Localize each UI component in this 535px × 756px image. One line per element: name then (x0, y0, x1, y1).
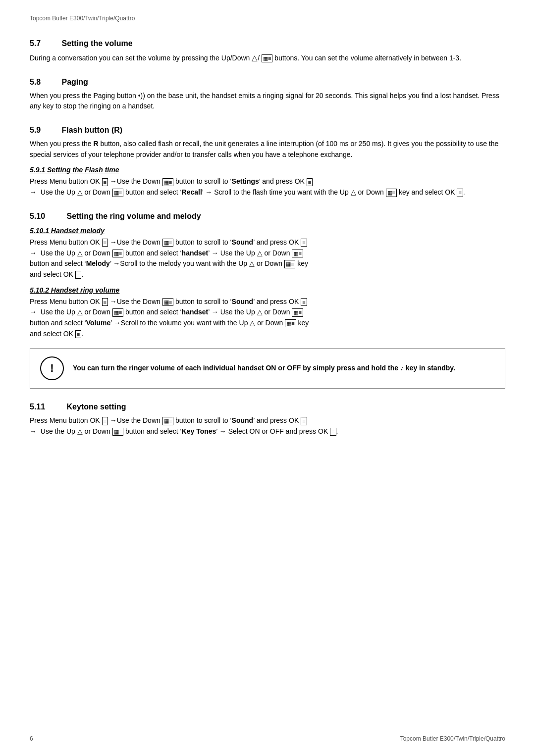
section-59-title: 5.9 Flash button (R) (30, 126, 505, 135)
section-591-body: Press Menu button OK ≡ →Use the Down ▦≡ … (30, 176, 505, 198)
footer-product-name: Topcom Butler E300/Twin/Triple/Quattro (400, 735, 505, 742)
up-icon-7: △ (257, 308, 263, 316)
notice-text: You can turn the ringer volume of each i… (73, 363, 455, 374)
up-icon-9: △ (77, 427, 83, 435)
down-icon-3: ▦≡ (386, 189, 397, 197)
section-591: 5.9.1 Setting the Flash time Press Menu … (30, 166, 505, 198)
section-59: 5.9 Flash button (R) When you press the … (30, 126, 505, 198)
updown-icon-1: △ (252, 53, 258, 62)
section-57-body: During a conversation you can set the vo… (30, 52, 505, 64)
down-icon-12: ▦≡ (162, 417, 173, 425)
section-58: 5.8 Paging When you press the Paging but… (30, 78, 505, 112)
section-5102-title: 5.10.2 Handset ring volume (30, 286, 505, 294)
ok-icon-12: ≡ (330, 428, 336, 436)
up-icon-3: △ (77, 249, 83, 257)
ok-icon-10: ≡ (102, 417, 108, 425)
section-511-number: 5.11 (30, 403, 64, 411)
ok-icon-8: ≡ (301, 298, 307, 306)
section-59-label: Flash button (R) (61, 126, 122, 134)
footer-page-number: 6 (30, 735, 33, 742)
section-511-label: Keytone setting (66, 403, 126, 411)
section-5102-body: Press Menu button OK ≡ →Use the Down ▦≡ … (30, 297, 505, 340)
down-icon-11: ▦≡ (285, 319, 296, 327)
ok-icon-11: ≡ (301, 417, 307, 425)
section-511: 5.11 Keytone setting Press Menu button O… (30, 403, 505, 437)
section-58-title: 5.8 Paging (30, 78, 505, 87)
section-57-label: Setting the volume (61, 39, 132, 48)
ok-icon-1: ≡ (102, 178, 108, 186)
ok-icon-5: ≡ (301, 239, 307, 247)
header-bar: Topcom Butler E300/Twin/Triple/Quattro (30, 15, 505, 25)
page: Topcom Butler E300/Twin/Triple/Quattro 5… (0, 0, 535, 756)
section-58-label: Paging (61, 78, 88, 86)
ok-icon-2: ≡ (307, 178, 313, 186)
down-icon-13: ▦≡ (112, 428, 123, 436)
down-icon-8: ▦≡ (162, 298, 173, 306)
section-5102: 5.10.2 Handset ring volume Press Menu bu… (30, 286, 505, 340)
section-5101-title: 5.10.1 Handset melody (30, 227, 505, 235)
section-510-number: 5.10 (30, 212, 64, 221)
down-icon-2: ▦≡ (112, 189, 123, 197)
down-icon-5: ▦≡ (112, 250, 123, 257)
section-59-body: When you press the R button, also called… (30, 139, 505, 160)
section-58-body: When you press the Paging button •)) on … (30, 91, 505, 112)
up-icon-4: △ (257, 249, 263, 257)
paging-icon: •)) (138, 92, 145, 100)
ok-icon-3: ≡ (457, 189, 463, 197)
menu-icon-1: ▦≡ (262, 54, 272, 62)
section-510-label: Setting the ring volume and melody (66, 212, 201, 220)
section-5101-body: Press Menu button OK ≡ →Use the Down ▦≡ … (30, 237, 505, 280)
ok-icon-6: ≡ (75, 271, 81, 279)
section-511-body: Press Menu button OK ≡ →Use the Down ▦≡ … (30, 415, 505, 437)
down-icon-6: ▦≡ (292, 250, 303, 257)
up-icon-5: △ (249, 259, 255, 267)
section-5101: 5.10.1 Handset melody Press Menu button … (30, 227, 505, 280)
section-58-number: 5.8 (30, 78, 59, 87)
section-57-title: 5.7 Setting the volume (30, 39, 505, 48)
ok-icon-4: ≡ (102, 239, 108, 247)
up-icon-6: △ (77, 308, 83, 316)
down-icon-7: ▦≡ (284, 260, 295, 268)
notice-icon: ! (40, 356, 64, 380)
notice-box: ! You can turn the ringer volume of each… (30, 348, 505, 389)
ok-icon-9: ≡ (75, 330, 81, 338)
up-icon-2: △ (351, 188, 356, 196)
section-510: 5.10 Setting the ring volume and melody … (30, 212, 505, 389)
section-57-number: 5.7 (30, 39, 59, 48)
section-510-title: 5.10 Setting the ring volume and melody (30, 212, 505, 221)
header-text: Topcom Butler E300/Twin/Triple/Quattro (30, 15, 135, 22)
section-591-title: 5.9.1 Setting the Flash time (30, 166, 505, 174)
footer-bar: 6 Topcom Butler E300/Twin/Triple/Quattro (30, 732, 505, 742)
ok-icon-7: ≡ (102, 298, 108, 306)
down-icon-10: ▦≡ (292, 308, 303, 316)
up-icon-8: △ (250, 319, 255, 327)
section-59-number: 5.9 (30, 126, 59, 135)
down-icon-4: ▦≡ (162, 239, 173, 247)
down-icon-1: ▦≡ (162, 178, 173, 186)
section-57: 5.7 Setting the volume During a conversa… (30, 39, 505, 64)
up-icon-1: △ (77, 188, 83, 196)
section-511-title: 5.11 Keytone setting (30, 403, 505, 411)
down-icon-9: ▦≡ (112, 308, 123, 316)
